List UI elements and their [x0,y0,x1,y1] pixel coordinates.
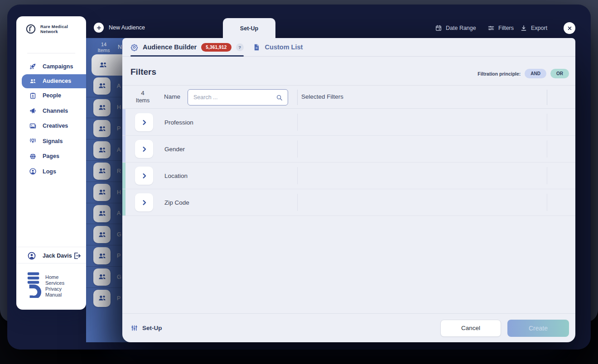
filter-row-label: Location [164,172,188,179]
principle-or-button[interactable]: OR [550,69,569,78]
footer-link-services[interactable]: Services [45,280,64,286]
users-icon[interactable] [93,226,111,243]
users-icon[interactable] [93,163,111,180]
calendar-icon [435,24,442,32]
footer-link-manual[interactable]: Manual [45,292,64,298]
audience-item-label: G [117,274,121,280]
image-icon [29,122,37,130]
users-icon[interactable] [93,205,111,222]
tab-audience-builder-label: Audience Builder [143,43,197,51]
tab-custom-list-label: Custom List [265,43,303,51]
users-icon[interactable] [93,99,111,116]
users-icon[interactable] [93,247,111,264]
brand: Rare Medical Network [25,24,82,34]
topbar-filters-button[interactable]: Filters [487,23,514,33]
users-icon[interactable] [93,141,111,158]
filter-row-label: Profession [164,119,193,126]
globe-icon [29,153,37,160]
filters-section-title: Filters [130,67,156,77]
divider [16,263,86,263]
sidebar-item-logs[interactable]: Logs [16,164,86,179]
sidebar-divider [27,53,75,53]
sidebar-item-people[interactable]: People [16,88,86,104]
audience-item-label: A [117,83,121,89]
signal-bulb-icon [29,137,37,145]
column-divider [297,90,298,105]
filter-row-label: Gender [164,146,185,153]
sidebar-nav: Campaigns Audiences People Channels Crea… [16,59,86,179]
audience-item-label: A [117,147,121,153]
users-icon[interactable] [93,184,111,201]
sidebar-item-campaigns[interactable]: Campaigns [16,59,86,74]
filter-group-strip [122,109,125,135]
sidebar-item-channels[interactable]: Channels [16,103,86,119]
column-divider [547,114,547,131]
users-icon[interactable] [94,56,111,73]
principle-and-button[interactable]: AND [525,69,546,78]
modal-tabbar: Audience Builder 5,361,912 ? Custom List [122,38,575,57]
users-icon [29,77,37,85]
expand-filter-button[interactable] [135,113,153,131]
rocket-icon [29,62,37,70]
filter-group-strip [122,163,125,189]
sidebar-item-audiences[interactable]: Audiences [22,74,86,88]
tab-audience-builder[interactable]: Audience Builder 5,361,912 ? [130,38,244,56]
users-icon[interactable] [93,77,111,95]
filter-rows: Profession Gender Location Zip Code [122,109,575,216]
sidebar-item-creatives[interactable]: Creatives [16,119,86,134]
users-icon[interactable] [93,290,111,307]
user-circle-icon [29,168,37,175]
audience-item-label: R [117,168,121,174]
create-button[interactable]: Create [507,320,569,337]
tab-custom-list[interactable]: Custom List [253,38,303,56]
users-icon[interactable] [93,120,111,137]
document-icon [253,43,260,51]
id-card-icon [29,92,37,100]
audience-count-number: 14 [91,42,117,48]
audience-item-label: P [117,125,121,132]
filtration-principle-label: Filtration principle: [477,71,521,77]
brand-name: Rare Medical Network [40,24,82,34]
sidebar-item-pages[interactable]: Pages [16,149,86,164]
audience-item-label: H [117,189,121,196]
filter-row-profession: Profession [122,109,575,136]
brand-logo-icon [25,24,36,34]
expand-filter-button[interactable] [135,167,153,185]
filter-row-gender: Gender [122,136,575,163]
column-divider [547,140,547,158]
filters-table-header: 4 Items Name Selected Filters [122,85,575,109]
modal-footer: Set-Up Cancel Create [122,313,575,342]
cancel-button[interactable]: Cancel [440,320,501,337]
filter-row-zip-code: Zip Code [122,189,575,216]
help-button[interactable]: ? [236,43,244,51]
close-icon[interactable] [564,22,575,34]
audience-count-label: Items [91,48,117,53]
topbar-date-range-button[interactable]: Date Range [435,23,476,33]
audience-item-label: G [117,231,121,238]
audience-count: 14 Items [91,42,117,53]
users-icon[interactable] [93,268,111,286]
filter-group-strip [122,189,125,216]
footer-link-privacy[interactable]: Privacy [45,286,64,292]
plus-icon [94,23,104,33]
expand-filter-button[interactable] [135,193,153,211]
audience-item-label: A [117,210,121,216]
column-divider [547,167,547,184]
expand-filter-button[interactable] [135,140,153,158]
filter-group-strip [122,136,125,162]
column-divider [297,194,298,211]
footer-link-home[interactable]: Home [45,274,64,280]
column-divider [297,167,298,184]
user-avatar-icon [27,251,36,260]
new-audience-button[interactable]: New Audience [94,22,145,33]
column-header-selected-filters: Selected Filters [301,93,343,100]
topbar-export-button[interactable]: Export [520,23,547,33]
new-audience-label: New Audience [109,24,145,31]
filters-count-number: 4 [132,90,153,97]
search-input[interactable] [188,94,275,101]
sidebar-item-signals[interactable]: Signals [16,134,86,149]
footer-setup[interactable]: Set-Up [130,324,162,332]
download-icon [520,24,527,32]
tab-set-up[interactable]: Set-Up [223,18,275,38]
logout-icon[interactable] [72,251,82,260]
